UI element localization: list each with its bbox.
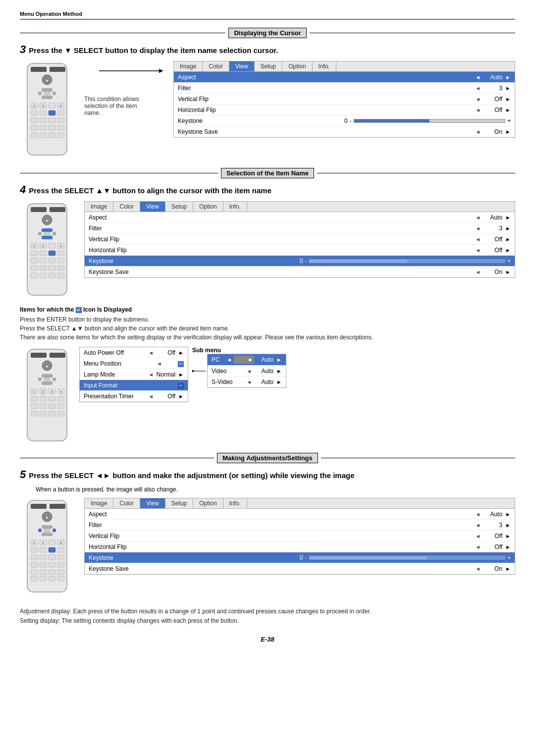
- tab-info-4: Info.: [223, 202, 247, 212]
- step4-number: 4: [20, 183, 26, 196]
- section-label-making: Making Adjustments/Settings: [217, 453, 318, 463]
- section-line2-right: [317, 173, 515, 173]
- svg-rect-2: [50, 67, 65, 72]
- svg-rect-89: [57, 396, 64, 401]
- tab-image-5: Image: [85, 498, 113, 508]
- svg-rect-22: [31, 125, 38, 130]
- svg-rect-75: [42, 381, 53, 385]
- step3-heading: 3 Press the ▼ SELECT button to display t…: [20, 43, 515, 56]
- step3-menu: Image Color View Setup Option Info. Aspe…: [173, 61, 515, 138]
- step3-text: Press the ▼ SELECT button to display the…: [29, 46, 278, 54]
- svg-rect-28: [49, 133, 55, 138]
- svg-rect-90: [57, 404, 64, 409]
- step4-menu-panel: Image Color View Setup Option Info. Aspe…: [84, 201, 515, 278]
- svg-rect-122: [31, 562, 38, 567]
- step5-heading: 5 Press the SELECT ◄► button and make th…: [20, 468, 515, 481]
- svg-rect-24: [49, 125, 55, 130]
- tab-option-4: Option: [193, 202, 223, 212]
- svg-rect-8: [53, 92, 56, 95]
- svg-text:●: ●: [46, 364, 49, 369]
- svg-rect-102: [50, 504, 65, 509]
- svg-rect-61: [31, 273, 38, 278]
- svg-rect-132: [49, 576, 55, 581]
- svg-rect-117: [49, 547, 55, 552]
- step4-heading: 4 Press the SELECT ▲▼ button to align th…: [20, 183, 515, 196]
- svg-rect-92: [40, 411, 47, 416]
- step4-content: ● 1 2 3: [20, 201, 515, 300]
- svg-rect-109: [44, 529, 50, 532]
- svg-rect-42: [38, 232, 42, 235]
- tab-setup-3: Setup: [255, 61, 282, 71]
- tab-info-3: Info.: [313, 61, 336, 71]
- svg-rect-47: [31, 258, 38, 263]
- svg-rect-44: [44, 232, 50, 235]
- items-icon-line2: Press the SELECT ▲▼ button and align the…: [20, 324, 515, 333]
- svg-rect-49: [40, 251, 47, 256]
- section-label-selection: Selection of the Item Name: [221, 168, 314, 178]
- submenu-left-panel: Auto Power Off ◄ Off ► Menu Position ◄ ↵…: [79, 347, 188, 402]
- svg-rect-36: [31, 207, 47, 212]
- submenu-right-row-video: Video ◄ Auto ►: [208, 366, 286, 377]
- svg-rect-105: [42, 525, 53, 529]
- menu-row-aspect-5: Aspect ◄ Auto ►: [85, 509, 515, 520]
- svg-rect-94: [57, 411, 64, 416]
- svg-rect-93: [49, 411, 55, 416]
- tab-setup-4: Setup: [165, 202, 193, 212]
- menu-row-aspect-3: Aspect ◄ Auto ►: [174, 72, 515, 83]
- section-making-adjustments: Making Adjustments/Settings: [20, 453, 515, 463]
- submenu-right-panel: PC ◄ ● Auto ► Video ◄ Auto ►: [207, 354, 286, 388]
- tab-color-4: Color: [113, 202, 140, 212]
- step3-content: ●: [20, 61, 515, 160]
- svg-rect-86: [49, 396, 55, 401]
- menu-row-keystone-3: Keystone 0 - +: [174, 115, 515, 126]
- submenu-arrow: [192, 366, 207, 376]
- remote-svg-3: ●: [20, 61, 74, 160]
- menu-row-hflip-4: Horizontal Flip ◄ Off ►: [85, 245, 515, 256]
- step4-remote: ● 1 2 3: [20, 201, 74, 300]
- tab-image-3: Image: [174, 61, 203, 71]
- svg-rect-83: [40, 396, 47, 401]
- submenu-wrapper: Auto Power Off ◄ Off ► Menu Position ◄ ↵…: [79, 347, 515, 402]
- submenu-label: Sub menu: [192, 347, 221, 354]
- svg-rect-124: [49, 562, 55, 567]
- svg-rect-115: [40, 555, 47, 560]
- tab-info-5: Info.: [223, 498, 247, 508]
- step4-menu-tabs: Image Color View Setup Option Info.: [85, 202, 515, 212]
- svg-rect-125: [57, 562, 64, 567]
- svg-rect-7: [38, 92, 42, 95]
- svg-rect-18: [49, 118, 55, 123]
- svg-rect-15: [40, 118, 47, 123]
- svg-rect-43: [53, 232, 56, 235]
- header-title: Menu Operation Method: [20, 11, 82, 17]
- items-icon-line3: There are also some items for which the …: [20, 333, 515, 342]
- svg-rect-87: [49, 404, 55, 409]
- svg-rect-107: [38, 529, 42, 532]
- page-number: E-38: [20, 636, 515, 643]
- remote-svg-sub: ● 1 2 3 4: [20, 347, 74, 446]
- svg-rect-52: [49, 251, 55, 256]
- section-selection-item: Selection of the Item Name: [20, 168, 515, 178]
- menu-row-keystone-5: Keystone 0 - +: [85, 552, 515, 563]
- svg-rect-108: [53, 529, 56, 532]
- svg-rect-20: [57, 110, 64, 115]
- svg-rect-57: [31, 266, 38, 270]
- footer-note-1: Adjustment display: Each press of the bu…: [20, 607, 515, 616]
- menu-row-filter-4: Filter ◄ 3 ►: [85, 223, 515, 234]
- step3-caption: This condition allows selection of the i…: [84, 96, 149, 116]
- step3-number: 3: [20, 43, 26, 56]
- svg-rect-12: [31, 118, 38, 123]
- svg-rect-53: [49, 258, 55, 263]
- svg-rect-58: [40, 266, 47, 270]
- svg-rect-46: [31, 251, 38, 256]
- submenu-panels-area: Auto Power Off ◄ Off ► Menu Position ◄ ↵…: [79, 347, 515, 402]
- section-label-displaying: Displaying the Cursor: [228, 28, 306, 38]
- svg-text:●: ●: [46, 515, 49, 520]
- svg-text:●: ●: [46, 78, 49, 83]
- step5-number: 5: [20, 468, 26, 481]
- section-line3-left: [20, 458, 214, 458]
- svg-text:●: ●: [46, 218, 49, 223]
- footer-notes: Adjustment display: Each press of the bu…: [20, 607, 515, 626]
- svg-rect-101: [31, 504, 47, 509]
- svg-rect-1: [31, 67, 47, 72]
- svg-rect-130: [31, 576, 38, 581]
